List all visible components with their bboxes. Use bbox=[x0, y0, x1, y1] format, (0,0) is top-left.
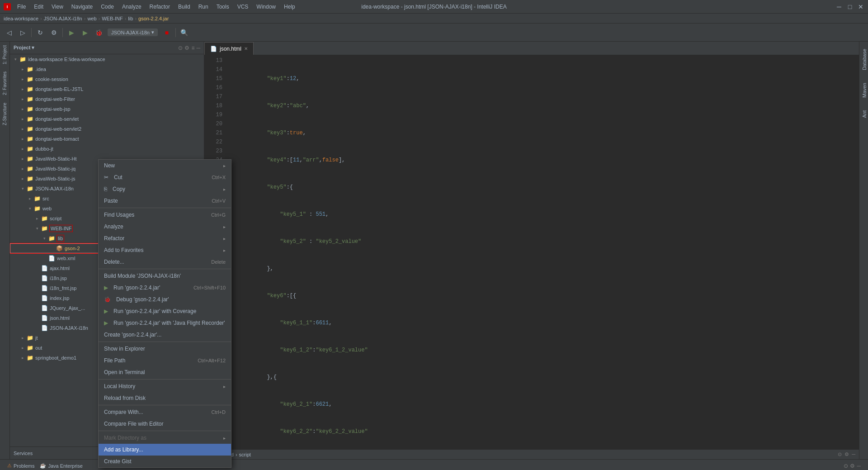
menu-item-run-coverage[interactable]: ▶ Run 'gson-2.2.4.jar' with Coverage bbox=[99, 305, 231, 317]
project-gear-icon[interactable]: ⚙ bbox=[184, 45, 189, 51]
editor-area: 📄 json.html ✕ 13 14 15 16 17 18 19 20 21… bbox=[204, 42, 859, 459]
run-button[interactable]: ▶ bbox=[79, 26, 91, 39]
sync-button[interactable]: ↻ bbox=[34, 26, 47, 39]
project-sync-icon[interactable]: ⊙ bbox=[178, 45, 183, 51]
bottom-panel-minimize[interactable]: ─ bbox=[857, 463, 861, 469]
menu-run[interactable]: Run bbox=[195, 3, 212, 11]
project-header-icons: ⊙ ⚙ ≡ ─ bbox=[178, 45, 200, 51]
menu-item-terminal-label: Open in Terminal bbox=[104, 369, 145, 375]
menu-mark-dir-arrow: ▸ bbox=[223, 436, 226, 441]
tree-root[interactable]: ▾ 📁 idea-workspace E:\idea-workspace bbox=[10, 54, 204, 64]
search-everywhere-button[interactable]: 🔍 bbox=[178, 26, 191, 39]
menu-item-run-jar[interactable]: ▶ Run 'gson-2.2.4.jar' Ctrl+Shift+F10 bbox=[99, 282, 231, 294]
code-content[interactable]: "key1":12, "key2":"abc", "key3":true, "k… bbox=[226, 55, 859, 449]
menu-item-refactor[interactable]: Refactor ▸ bbox=[99, 233, 231, 244]
menu-item-compare-editor[interactable]: Compare File with Editor bbox=[99, 418, 231, 430]
structure-tab-button[interactable]: Z-Structure bbox=[0, 99, 9, 129]
breadcrumb-workspace[interactable]: idea-workspace bbox=[4, 16, 38, 21]
menu-code[interactable]: Code bbox=[97, 3, 118, 11]
menu-tools[interactable]: Tools bbox=[213, 3, 233, 11]
editor-tab-json-html[interactable]: 📄 json.html ✕ bbox=[204, 42, 254, 55]
project-collapse-icon[interactable]: ─ bbox=[196, 45, 200, 51]
sidebar-ant[interactable]: Ant bbox=[859, 105, 868, 125]
menu-item-build-label: Build Module 'JSON-AJAX-i18n' bbox=[104, 273, 181, 279]
tree-dongtai-jsp[interactable]: ▸ 📁 dongtai-web-jsp bbox=[10, 104, 204, 114]
menu-item-local-history[interactable]: Local History ▸ bbox=[99, 380, 231, 392]
back-button[interactable]: ◁ bbox=[3, 26, 15, 39]
tree-dongtai-servlet[interactable]: ▸ 📁 dongtai-web-servlet bbox=[10, 114, 204, 124]
editor-bc-script[interactable]: script bbox=[239, 452, 251, 457]
sidebar-maven[interactable]: Maven bbox=[859, 77, 868, 104]
bottom-panel-icon-2[interactable]: ⚙ bbox=[850, 463, 855, 469]
project-tab-label: 1: Project bbox=[1, 43, 8, 66]
tab-close-json-html[interactable]: ✕ bbox=[244, 46, 248, 51]
tree-jquery-ajax-icon: 📄 bbox=[41, 304, 48, 312]
tree-idea[interactable]: ▸ 📁 .idea bbox=[10, 64, 204, 74]
menu-item-delete[interactable]: Delete... Delete bbox=[99, 256, 231, 268]
problems-label[interactable]: Problems bbox=[14, 463, 34, 469]
menu-navigate[interactable]: Navigate bbox=[68, 3, 96, 11]
tree-dongtai-filter[interactable]: ▸ 📁 dongtai-web-Filter bbox=[10, 94, 204, 104]
menu-item-copy[interactable]: ⎘ Copy ▸ bbox=[99, 183, 231, 195]
breadcrumb-project[interactable]: JSON-AJAX-i18n bbox=[44, 16, 82, 21]
menu-item-show-explorer[interactable]: Show in Explorer bbox=[99, 343, 231, 355]
code-editor[interactable]: 13 14 15 16 17 18 19 20 21 22 23 24 25 2… bbox=[204, 55, 859, 449]
tree-cookie-session[interactable]: ▸ 📁 cookie-session bbox=[10, 74, 204, 84]
breadcrumb-lib[interactable]: lib bbox=[128, 16, 133, 21]
tree-dubbo[interactable]: ▸ 📁 dubbo-jt bbox=[10, 144, 204, 154]
menu-analyze[interactable]: Analyze bbox=[118, 3, 145, 11]
menu-item-file-path[interactable]: File Path Ctrl+Alt+F12 bbox=[99, 355, 231, 366]
menu-item-build-module[interactable]: Build Module 'JSON-AJAX-i18n' bbox=[99, 270, 231, 282]
menu-vcs[interactable]: VCS bbox=[234, 3, 252, 11]
project-settings-icon[interactable]: ≡ bbox=[191, 45, 194, 51]
menu-item-analyze[interactable]: Analyze ▸ bbox=[99, 221, 231, 233]
menu-item-cut[interactable]: ✂ Cut Ctrl+X bbox=[99, 171, 231, 183]
menu-item-new[interactable]: New ▸ bbox=[99, 160, 231, 171]
breadcrumb-jar[interactable]: gson-2.2.4.jar bbox=[138, 16, 169, 21]
menu-window[interactable]: Window bbox=[253, 3, 279, 11]
menu-build[interactable]: Build bbox=[175, 3, 194, 11]
tree-dongtai-servlet2[interactable]: ▸ 📁 dongtai-web-servlet2 bbox=[10, 124, 204, 134]
menu-help[interactable]: Help bbox=[280, 3, 299, 11]
editor-bc-gear-icon[interactable]: ⚙ bbox=[844, 451, 849, 457]
menu-item-debug-jar[interactable]: 🐞 Debug 'gson-2.2.4.jar' bbox=[99, 294, 231, 305]
menu-item-reload[interactable]: Reload from Disk bbox=[99, 392, 231, 404]
menu-item-find-usages[interactable]: Find Usages Ctrl+G bbox=[99, 209, 231, 221]
menu-file[interactable]: File bbox=[14, 3, 29, 11]
menu-item-add-library[interactable]: Add as Library... bbox=[99, 444, 231, 456]
close-button[interactable]: ✕ bbox=[857, 3, 864, 10]
breadcrumb-web[interactable]: web bbox=[87, 16, 96, 21]
forward-button[interactable]: ▷ bbox=[16, 26, 29, 39]
minimize-button[interactable]: ─ bbox=[835, 3, 843, 10]
favorites-tab-button[interactable]: 2: Favorites bbox=[0, 68, 9, 99]
breadcrumb-webinf[interactable]: WEB-INF bbox=[102, 16, 123, 21]
editor-bc-close-icon[interactable]: ─ bbox=[852, 451, 855, 457]
tree-dongtai-el[interactable]: ▸ 📁 dongtai-web-EL-JSTL bbox=[10, 84, 204, 94]
menu-item-add-to-favorites[interactable]: Add to Favorites ▸ bbox=[99, 244, 231, 256]
toolbar-separator-1 bbox=[31, 28, 32, 37]
stop-button[interactable]: ■ bbox=[160, 26, 173, 39]
menu-item-terminal[interactable]: Open in Terminal bbox=[99, 366, 231, 378]
bottom-icon-problems[interactable]: ⚠ bbox=[7, 463, 12, 469]
debug-button[interactable]: 🐞 bbox=[92, 26, 105, 39]
menu-item-create-jar[interactable]: Create 'gson-2.2.4.jar'... bbox=[99, 329, 231, 341]
menu-item-paste[interactable]: Paste Ctrl+V bbox=[99, 195, 231, 207]
maximize-button[interactable]: □ bbox=[846, 3, 854, 10]
menu-refactor[interactable]: Refactor bbox=[146, 3, 174, 11]
build-button[interactable]: ▶ bbox=[65, 26, 78, 39]
sidebar-database[interactable]: Database bbox=[859, 43, 868, 77]
menu-item-run-recorder[interactable]: ▶ Run 'gson-2.2.4.jar' with 'Java Flight… bbox=[99, 317, 231, 329]
project-tab-button[interactable]: 1: Project bbox=[0, 42, 9, 68]
java-enterprise-label[interactable]: Java Enterprise bbox=[48, 463, 82, 469]
menu-item-create-gist[interactable]: Create Gist bbox=[99, 456, 231, 467]
run-config-selector[interactable]: JSON-AJAX-i18n ▾ bbox=[108, 28, 158, 36]
tree-javaweb-ht-label: JavaWeb-Static-Ht bbox=[35, 156, 77, 161]
menu-view[interactable]: View bbox=[48, 3, 67, 11]
editor-bc-settings-icon[interactable]: ⊙ bbox=[838, 451, 842, 457]
menu-item-compare[interactable]: Compare With... Ctrl+D bbox=[99, 406, 231, 418]
settings-button[interactable]: ⚙ bbox=[47, 26, 60, 39]
bottom-icon-javaee[interactable]: ☕ bbox=[40, 463, 46, 469]
tree-dongtai-tomact[interactable]: ▸ 📁 dongtai-web-tomact bbox=[10, 134, 204, 144]
bottom-panel-icon-1[interactable]: ⊙ bbox=[844, 463, 848, 469]
menu-edit[interactable]: Edit bbox=[30, 3, 47, 11]
